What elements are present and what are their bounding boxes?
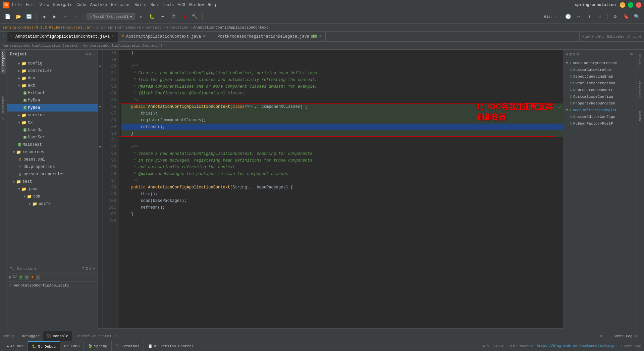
fetch-button[interactable]: ⬇ (595, 12, 605, 21)
todo-tab-btn[interactable]: 6: TODO (60, 341, 84, 351)
git-branch-label[interactable]: Git: master (508, 344, 533, 348)
hierarchy-tree[interactable]: ▼ I BeanFactoryPostProce C CustomAutowir… (563, 59, 637, 331)
tree-userser[interactable]: C UserSer (7, 134, 98, 141)
tree-wolfx[interactable]: ▶ 📁 wolfx (7, 200, 98, 208)
tree-maintest[interactable]: C MainTest (7, 141, 98, 148)
vtab-maven[interactable]: Maven (638, 109, 643, 123)
hier-item-eventlistener[interactable]: C EventListenerMethod (563, 80, 637, 87)
vtab-plantuml[interactable]: PlanUML (638, 50, 643, 69)
menu-view[interactable]: View (40, 3, 49, 7)
tree-tx[interactable]: ▼ 📁 tx (7, 119, 98, 126)
sidebar-controls[interactable]: ⊕ ⚙ — (86, 52, 95, 56)
vcs-tab-btn[interactable]: 📋 9: Version Control (144, 341, 198, 351)
run-button[interactable]: ▶ (137, 12, 146, 21)
hier-item-aspectj[interactable]: C AspectJWeavingEnab (563, 73, 637, 80)
stop-button[interactable]: ■ (179, 12, 189, 21)
rollback-button[interactable]: ↩ (574, 12, 583, 21)
event-log-label[interactable]: Event Log (612, 334, 632, 338)
code-content[interactable]: ▼ ▼ ▼ 78 79 80 (98, 50, 563, 328)
menu-window[interactable]: Window (189, 3, 204, 7)
minimize-button[interactable]: − (620, 2, 625, 8)
redo-button[interactable]: ↪ (71, 12, 81, 21)
code-lines[interactable]: } /** * Create a new AnnotationConfigApp… (119, 50, 563, 328)
menu-build[interactable]: Build (135, 3, 147, 7)
bookmarks-button[interactable]: 🔖 (621, 12, 631, 21)
vcs-history-button[interactable]: 🕐 (563, 12, 573, 21)
tree-userda[interactable]: C UserDa (7, 126, 98, 134)
run-settings-icon[interactable]: ⚙ (600, 334, 602, 339)
project-panel-toggle[interactable]: ≡ (0, 32, 7, 42)
vtab-project[interactable]: 1: Project (1, 50, 6, 74)
tab-close-3[interactable]: × (319, 35, 321, 38)
bottom-tabs[interactable]: ▶ 4: Run 🐛 5: Debug 6: TODO 🍃 Spring ⬛ T… (3, 341, 198, 351)
structure-item[interactable]: C AnnotationConfigApplicati (9, 283, 96, 288)
settings-button[interactable]: ⚙ (610, 12, 620, 21)
tree-personprop[interactable]: 🗎 person.properties (7, 171, 98, 178)
debug-tabs[interactable]: Debugger ⬛ Console (19, 331, 72, 341)
debug-button[interactable]: 🐛 (147, 12, 157, 21)
sort-alpha-icon[interactable]: ≡ (82, 266, 85, 271)
hierarchy-collapse-icon[interactable]: ⊟ (577, 52, 579, 56)
menu-tools[interactable]: Tools (162, 3, 174, 7)
maximize-button[interactable]: □ (628, 2, 633, 8)
structure-content[interactable]: C AnnotationConfigApplicati (7, 281, 98, 331)
hierarchy-expand-icon[interactable]: ⊞ (573, 52, 575, 56)
event-log-settings[interactable]: ⚙ (635, 334, 638, 339)
tree-dbprop[interactable]: 🗎 db.properties (7, 163, 98, 171)
hier-item-customeditor[interactable]: C CustomEditorConfigu (563, 114, 637, 120)
close-button[interactable]: × (636, 2, 641, 8)
structure-close-icon[interactable]: — (93, 266, 95, 271)
window-controls[interactable]: − □ × (620, 2, 641, 8)
search-everywhere-button[interactable]: 🔍 (632, 12, 641, 21)
coverage-button[interactable]: ☂ (158, 12, 167, 21)
filter-btn-4[interactable]: ≡ (36, 275, 40, 280)
tree-extconf[interactable]: C ExtConf (7, 89, 98, 97)
breadcrumb-item-1[interactable]: AnnotationConfigApplicationContext (3, 44, 78, 48)
hier-item-deprecated[interactable]: C DeprecatedBeanWarr (563, 87, 637, 93)
refresh-button[interactable]: 🔄 (24, 12, 34, 21)
structure-toolbar[interactable]: ⇅ AZ ● ● ● ≡ (7, 273, 98, 281)
hier-item-property[interactable]: C PropertyResourceCon (563, 100, 637, 107)
tab-postprocessor[interactable]: C PostProcessorRegistrationDelegate.java… (209, 32, 326, 42)
menu-refactor[interactable]: Refactor (111, 3, 130, 7)
hier-item-customscope[interactable]: C CustomScopeConfigu (563, 93, 637, 100)
run-config-dropdown-icon[interactable]: ▼ (130, 15, 132, 19)
sort-icon[interactable]: ≣ (86, 266, 88, 271)
forward-button[interactable]: ▶ (50, 12, 59, 21)
hierarchy-expand-all[interactable]: ≫ (630, 52, 634, 56)
debugger-tab[interactable]: Debugger (19, 331, 44, 341)
menu-edit[interactable]: Edit (26, 3, 36, 7)
hierarchy-sort-icon[interactable]: ⇅ (566, 52, 568, 56)
console-tab[interactable]: ⬛ Console (43, 331, 72, 341)
code-editor[interactable]: ▼ ▼ ▼ 78 79 80 (98, 50, 563, 331)
hier-item-beandef[interactable]: ▼ I BeanDefinitionRegist (563, 107, 637, 114)
run-config-selector[interactable]: ⚙ TestOfExt.test01 ▼ (87, 13, 135, 20)
tree-com[interactable]: ▼ 📁 com (7, 193, 98, 200)
tree-java[interactable]: ▼ 📁 java (7, 185, 98, 193)
filter-btn-1[interactable]: ● (19, 275, 23, 280)
tab-close-1[interactable]: × (112, 35, 114, 38)
tree-controller[interactable]: ▶ 📁 controller (7, 67, 98, 75)
menu-code[interactable]: Code (76, 3, 86, 7)
menu-bar[interactable]: File Edit View Navigate Code Analyze Ref… (12, 3, 575, 7)
hier-item-customautowire[interactable]: C CustomAutowireCon (563, 67, 637, 73)
filter-btn-2[interactable]: ● (24, 275, 29, 280)
menu-vcs[interactable]: VCS (178, 3, 185, 7)
run-minimize-icon[interactable]: — (605, 334, 607, 339)
tree-mybea1[interactable]: C MyBea (7, 97, 98, 104)
event-log-status[interactable]: Event Log (622, 344, 641, 348)
tree-service[interactable]: ▶ 📁 service (7, 112, 98, 119)
menu-help[interactable]: Help (208, 3, 217, 7)
hier-item-beanfactory[interactable]: ▼ I BeanFactoryPostProce (563, 60, 637, 67)
profile-button[interactable]: ⏱ (169, 12, 178, 21)
tree-mybea2[interactable]: C MyBea (7, 104, 98, 112)
tab-abstract-context[interactable]: C AbstractApplicationContext.java × (118, 32, 209, 42)
tree-beansxml[interactable]: 🗎 beans.xml (7, 156, 98, 163)
sidebar-ctrl-2[interactable]: ⚙ (89, 52, 92, 56)
hier-item-mybeanfactory[interactable]: C MyBeanFactoryPostP (563, 120, 637, 127)
breadcrumb-item-2[interactable]: AnnotationConfigApplicationContext() (83, 44, 163, 48)
undo-button[interactable]: ↩ (61, 12, 70, 21)
sidebar-ctrl-3[interactable]: — (93, 52, 95, 56)
push-button[interactable]: ⬆ (585, 12, 594, 21)
menu-navigate[interactable]: Navigate (53, 3, 72, 7)
